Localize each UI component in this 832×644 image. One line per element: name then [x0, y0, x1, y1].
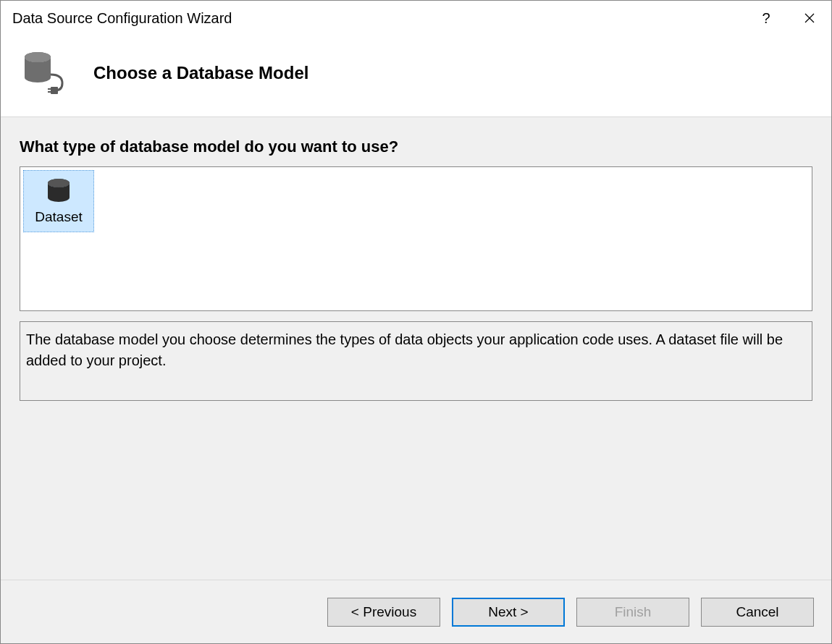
close-icon: [804, 13, 815, 23]
window-title: Data Source Configuration Wizard: [12, 10, 232, 27]
svg-point-8: [48, 179, 70, 187]
model-options-list[interactable]: Dataset: [20, 166, 812, 311]
svg-point-3: [25, 52, 51, 62]
titlebar-controls: ?: [744, 1, 831, 35]
content-area: What type of database model do you want …: [1, 116, 831, 580]
database-plug-icon: [18, 50, 76, 96]
wizard-step-title: Choose a Database Model: [93, 63, 308, 83]
next-button[interactable]: Next >: [452, 598, 565, 627]
option-label: Dataset: [35, 209, 82, 225]
cancel-button[interactable]: Cancel: [701, 598, 814, 627]
titlebar: Data Source Configuration Wizard ?: [1, 1, 831, 35]
wizard-window: Data Source Configuration Wizard ?: [0, 0, 832, 644]
close-button[interactable]: [788, 1, 831, 35]
previous-button[interactable]: < Previous: [327, 598, 440, 627]
description-text: The database model you choose determines…: [20, 321, 812, 401]
question-label: What type of database model do you want …: [20, 137, 812, 156]
option-dataset[interactable]: Dataset: [23, 170, 94, 232]
svg-rect-4: [51, 87, 58, 94]
wizard-footer: < Previous Next > Finish Cancel: [1, 580, 831, 643]
database-icon: [45, 177, 72, 205]
help-button[interactable]: ?: [744, 1, 788, 35]
finish-button: Finish: [576, 598, 689, 627]
wizard-header: Choose a Database Model: [1, 35, 831, 116]
help-icon: ?: [762, 10, 770, 27]
